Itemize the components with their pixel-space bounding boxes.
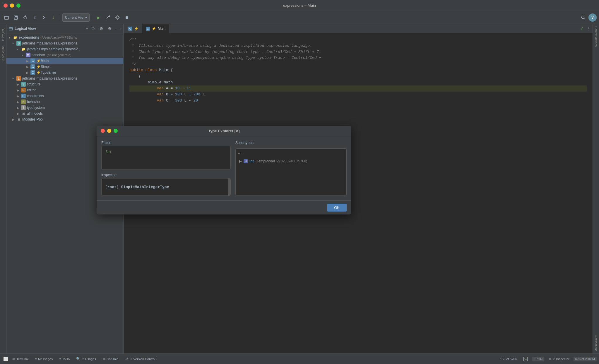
close-button[interactable] xyxy=(4,4,8,8)
code-line-simplemath: simple math xyxy=(129,80,587,86)
tree-item-typesystem[interactable]: ▶ T typesystem xyxy=(6,105,123,111)
notifications-label[interactable]: Notifications xyxy=(594,333,598,353)
modal-traffic-lights xyxy=(101,129,118,133)
console-label: Console xyxy=(107,357,118,361)
l-icon: L xyxy=(16,76,21,81)
expand-button[interactable]: ⬜ xyxy=(2,356,9,362)
toolbar-separator-2 xyxy=(92,15,92,20)
tree-item-structure[interactable]: ▶ S structure xyxy=(6,81,123,87)
tree-item-expressions-l[interactable]: ▾ L jetbrains.mps.samples.Expressions xyxy=(6,75,123,81)
m-icon: M xyxy=(26,53,30,57)
editor-section-label: Editor: xyxy=(101,141,231,145)
inspector-scrollbar[interactable] xyxy=(228,178,230,195)
code-line-b: var B = 100 L + 200 L xyxy=(129,92,587,98)
inspector-section-label: Inspector: xyxy=(101,173,231,177)
tab-usages[interactable]: 🔍 3: Usages xyxy=(73,355,99,363)
map-icon xyxy=(523,356,528,362)
status-inspector[interactable]: ▭ 2: Inspector xyxy=(547,356,571,361)
supertypes-box: « · ▶ N Int (TempModel_273236248875760) xyxy=(235,148,347,196)
tree-item-editor[interactable]: ▶ E editor xyxy=(6,87,123,93)
structure-icon: S xyxy=(21,82,26,87)
supertypes-toolbar: « · xyxy=(238,151,344,156)
tab-main-icon: C xyxy=(146,27,150,31)
project-panel-title: Logical View xyxy=(15,27,84,31)
tab-messages[interactable]: ≡ Messages xyxy=(32,355,56,363)
run-button[interactable]: ▶ xyxy=(95,13,103,22)
tree-item-behavior[interactable]: ▶ B behavior xyxy=(6,99,123,105)
tree-item-constraints[interactable]: ▶ C constraints xyxy=(6,93,123,99)
code-comment-5: */ xyxy=(129,61,587,67)
settings-panel-button[interactable]: ⚙ xyxy=(106,25,113,32)
toolbar-separator-1 xyxy=(60,15,60,20)
maximize-button[interactable] xyxy=(16,4,20,8)
code-comment-3: * Check types of the variables by inspec… xyxy=(129,49,587,55)
save-button[interactable] xyxy=(12,13,20,22)
vcs-label: 9: Version Control xyxy=(130,357,155,361)
typing-value: T :ON xyxy=(534,357,542,361)
context-actions-label[interactable]: Context Actions xyxy=(594,24,598,49)
current-file-dropdown[interactable]: Current File ▾ xyxy=(62,13,90,22)
status-typing: T :ON xyxy=(532,357,544,361)
ok-button[interactable]: OK xyxy=(327,204,347,212)
sidebar-icon-structure[interactable]: 2: Structure xyxy=(0,45,6,63)
sidebar-icon-project[interactable]: 1: Project xyxy=(0,26,6,44)
stop-button[interactable] xyxy=(123,13,131,22)
search-toolbar-button[interactable] xyxy=(579,13,587,22)
svg-rect-5 xyxy=(126,16,128,19)
usages-icon: 🔍 xyxy=(76,357,80,361)
modal-titlebar: Type Explorer [A] xyxy=(97,126,351,136)
svg-rect-7 xyxy=(9,28,13,30)
inspector-section: Inspector: [root] SimpleMathIntegerType xyxy=(101,173,231,196)
build-button[interactable] xyxy=(104,13,112,22)
refresh-button[interactable] xyxy=(21,13,29,22)
modal-body: Editor: Int Inspector: [root] SimpleMath… xyxy=(97,136,351,200)
tab-terminal[interactable]: ▭ Terminal xyxy=(9,355,32,363)
modal-minimize-button[interactable] xyxy=(107,129,111,133)
svg-point-4 xyxy=(109,16,110,17)
tab-c-inactive[interactable]: C ⚡ xyxy=(125,24,142,33)
modal-editor-box: Int xyxy=(101,146,231,169)
modal-close-button[interactable] xyxy=(101,129,105,133)
minimize-button[interactable] xyxy=(10,4,14,8)
editor-section: Editor: Int xyxy=(101,141,231,169)
forward-button[interactable] xyxy=(40,13,48,22)
tab-vcs[interactable]: ⎇ 9: Version Control xyxy=(122,355,158,363)
tab-main[interactable]: C ⚡ Main xyxy=(142,24,169,33)
more-tabs-button[interactable]: ⋮ xyxy=(585,25,591,32)
tab-console[interactable]: ▭ Console xyxy=(100,355,121,363)
filter-button[interactable]: ⚙ xyxy=(98,25,105,32)
project-panel-header: Logical View ▾ ⊕ ⚙ ⚙ — xyxy=(6,24,123,33)
settings-button[interactable] xyxy=(113,13,121,22)
right-sidebar: Context Actions Notifications xyxy=(593,24,599,353)
tree-item-expressio-folder[interactable]: ▾ 📁 jetbrains.mps.samples.Expressio xyxy=(6,46,123,52)
minimize-panel-button[interactable]: — xyxy=(114,25,121,32)
tree-item-modulespool[interactable]: ▶ ⊞ Modules Pool xyxy=(6,116,123,122)
modal-maximize-button[interactable] xyxy=(114,129,118,133)
tree-item-sandbox[interactable]: ▾ M sandbox (do not generate) xyxy=(6,52,123,58)
user-avatar[interactable]: V xyxy=(588,13,597,22)
modal-right-panel: Supertypes: « · ▶ N Int (TempModel_27323… xyxy=(235,141,347,196)
todo-icon: ≡ xyxy=(59,357,61,361)
collapse-icon[interactable]: « xyxy=(238,151,240,156)
tree-item-expressions[interactable]: ▾ 📁 expressions (/Users/vaclav/MPSSamp xyxy=(6,35,123,40)
tree-item-typeerror[interactable]: ▶ C ⚡ TypeError xyxy=(6,70,123,75)
tree-item-allmodels[interactable]: ▶ ⊞ all models xyxy=(6,111,123,116)
tree-item-simple[interactable]: ▶ C ⚡ Simple xyxy=(6,64,123,70)
back-button[interactable] xyxy=(30,13,39,22)
tab-todo[interactable]: ≡ ToDo xyxy=(56,355,73,363)
inspector-value: [root] SimpleMathIntegerType xyxy=(102,181,172,193)
modal-left-panel: Editor: Int Inspector: [root] SimpleMath… xyxy=(101,141,231,196)
bottom-right: 159 of 5206 T :ON ▭ 2: Inspector 676 of … xyxy=(498,356,597,362)
add-view-button[interactable]: ⊕ xyxy=(90,25,96,32)
status-map xyxy=(521,356,530,362)
tree-item-main[interactable]: ▶ C ⚡ Main xyxy=(6,58,123,64)
open-button[interactable] xyxy=(2,13,11,22)
expand-arrow[interactable]: ▶ xyxy=(239,159,242,163)
svg-rect-2 xyxy=(15,16,17,17)
tree-item-expressions-s[interactable]: ▾ S jetbrains.mps.samples.Expressions. xyxy=(6,40,123,46)
type-explorer-modal: Type Explorer [A] Editor: Int Inspector:… xyxy=(97,126,351,214)
green-arrow-button[interactable]: ↓ xyxy=(49,13,57,22)
code-line-class: public class Main { xyxy=(129,67,587,73)
terminal-label: Terminal xyxy=(16,357,29,361)
editor-value: Int xyxy=(105,150,112,154)
